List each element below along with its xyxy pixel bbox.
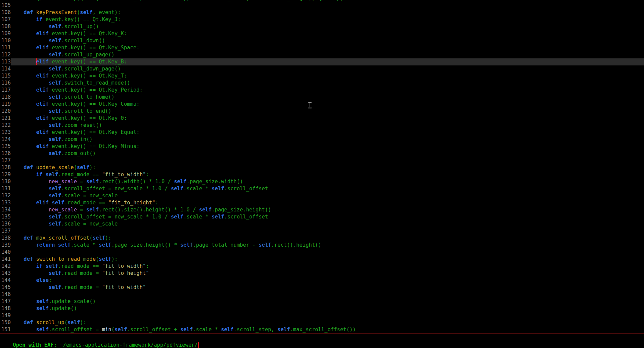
- code-line[interactable]: 132 self.scale = new_scale: [0, 192, 644, 199]
- code-token: [11, 193, 49, 199]
- code-line[interactable]: 146: [0, 291, 644, 298]
- code-line[interactable]: 107 if event.key() == Qt.Key_J:: [0, 16, 644, 23]
- code-text: self.update_scale(): [11, 298, 644, 305]
- code-line[interactable]: 145 self.read_mode = "fit_to_width": [0, 284, 644, 291]
- code-token: event.key() == Qt.Key_Equal:: [49, 129, 140, 135]
- code-token: self: [221, 327, 233, 333]
- code-text: if self.read_mode == "fit_to_width":: [11, 263, 644, 270]
- code-line[interactable]: 137: [0, 228, 644, 235]
- code-token: .rect().height(): [271, 242, 321, 248]
- code-token: .max_scroll_offset()): [290, 327, 356, 333]
- code-text: elif self.read_mode == "fit_to_height":: [11, 199, 644, 206]
- code-line[interactable]: 114 self.scroll_down_page(): [0, 65, 644, 72]
- line-number: 140: [0, 249, 11, 256]
- line-number: 135: [0, 213, 11, 220]
- code-token: [11, 31, 36, 37]
- code-token: .read_mode ==: [58, 171, 102, 178]
- code-token: [11, 263, 36, 269]
- code-token: event.key() == Qt.Key_B:: [49, 59, 127, 65]
- code-line[interactable]: 120 self.scroll_to_end(): [0, 108, 644, 115]
- code-text: def max_scroll_offset(self):: [11, 235, 644, 242]
- code-line[interactable]: 129 if self.read_mode == "fit_to_width":: [0, 171, 644, 178]
- code-token: def: [24, 319, 33, 326]
- line-number: 142: [0, 263, 11, 270]
- code-line[interactable]: 151 self.scroll_offset = min(self.scroll…: [0, 326, 644, 333]
- code-token: (: [89, 235, 92, 241]
- code-line[interactable]: 139 return self.scale * self.page_size.h…: [0, 242, 644, 249]
- code-line[interactable]: 110 self.scroll_down(): [0, 37, 644, 44]
- code-token: .read_mode ==: [58, 263, 102, 269]
- code-line[interactable]: 113 elif event.key() == Qt.Key_B:: [0, 58, 644, 65]
- code-text: new_scale = self.rect().width() * 1.0 / …: [11, 178, 644, 185]
- code-token: [33, 9, 36, 15]
- code-token: self: [49, 284, 61, 290]
- code-token: [42, 263, 45, 269]
- code-line[interactable]: 141 def switch_to_read_mode(self):: [0, 256, 644, 263]
- code-line[interactable]: 148 self.update(): [0, 305, 644, 312]
- code-token: self: [46, 263, 58, 269]
- code-line[interactable]: 136 self.scale = new_scale: [0, 220, 644, 228]
- code-line[interactable]: 119 elif event.key() == Qt.Key_Comma:: [0, 101, 644, 108]
- code-line[interactable]: 123 elif event.key() == Qt.Key_Equal:: [0, 129, 644, 136]
- code-line[interactable]: 147 self.update_scale(): [0, 298, 644, 305]
- code-token: , event):: [93, 9, 121, 15]
- line-number: 139: [0, 242, 11, 249]
- code-line[interactable]: 127: [0, 157, 644, 164]
- code-text: self.read_mode = "fit_to_height": [11, 270, 644, 277]
- code-line[interactable]: 140: [0, 249, 644, 256]
- code-line[interactable]: 111 elif event.key() == Qt.Key_Space:: [0, 44, 644, 51]
- line-number: 118: [0, 94, 11, 101]
- code-line[interactable]: 106 def keyPressEvent(self, event):: [0, 9, 644, 16]
- code-token: [11, 59, 36, 65]
- code-line[interactable]: 143 self.read_mode = "fit_to_height": [0, 270, 644, 277]
- code-line[interactable]: 126 self.zoom_out(): [0, 150, 644, 157]
- code-line[interactable]: 116 self.switch_to_read_mode(): [0, 80, 644, 87]
- editor-buffer[interactable]: 104 qp.drawPixmap(QRect(self.render_x, s…: [0, 0, 644, 333]
- code-token: .read_mode =: [61, 270, 102, 276]
- code-token: [11, 52, 49, 58]
- code-token: [55, 242, 58, 248]
- code-text: [11, 228, 644, 235]
- code-token: [11, 179, 49, 185]
- code-line[interactable]: 133 elif self.read_mode == "fit_to_heigh…: [0, 199, 644, 206]
- code-token: self: [58, 242, 71, 248]
- line-number: 151: [0, 326, 11, 333]
- code-line[interactable]: 121 elif event.key() == Qt.Key_0:: [0, 115, 644, 122]
- code-line[interactable]: 131 self.scroll_offset = new_scale * 1.0…: [0, 185, 644, 192]
- code-line[interactable]: 105: [0, 2, 644, 9]
- code-line[interactable]: 112 self.scroll_up_page(): [0, 51, 644, 58]
- code-line[interactable]: 149: [0, 312, 644, 319]
- code-text: self.scroll_down(): [11, 37, 644, 44]
- code-token: .scroll_offset +: [127, 327, 180, 333]
- code-line[interactable]: 117 elif event.key() == Qt.Key_Period:: [0, 87, 644, 94]
- code-line[interactable]: 130 new_scale = self.rect().width() * 1.…: [0, 178, 644, 185]
- code-line[interactable]: 144 else:: [0, 277, 644, 284]
- minibuffer-input[interactable]: ~/emacs-application-framework/app/pdfvie…: [60, 342, 198, 348]
- code-line[interactable]: 135 self.scroll_offset = new_scale * 1.0…: [0, 213, 644, 220]
- code-line[interactable]: 134 new_scale = self.rect().size().heigh…: [0, 206, 644, 213]
- code-line[interactable]: 142 if self.read_mode == "fit_to_width":: [0, 263, 644, 270]
- code-line[interactable]: 108 self.scroll_up(): [0, 23, 644, 30]
- code-line[interactable]: 150 def scroll_up(self):: [0, 319, 644, 326]
- line-number: 138: [0, 235, 11, 242]
- code-line[interactable]: 124 self.zoom_in(): [0, 136, 644, 143]
- line-number: 106: [0, 9, 11, 16]
- line-number: 109: [0, 30, 11, 37]
- code-token: .scroll_offset = new_scale * 1.0 /: [61, 214, 171, 220]
- code-line[interactable]: 125 elif event.key() == Qt.Key_Minus:: [0, 143, 644, 150]
- code-line[interactable]: 138 def max_scroll_offset(self):: [0, 235, 644, 242]
- code-token: .update_scale(): [49, 298, 96, 304]
- code-line[interactable]: 122 self.zoom_reset(): [0, 122, 644, 129]
- code-token: :: [155, 200, 158, 206]
- code-line[interactable]: 109 elif event.key() == Qt.Key_K:: [0, 30, 644, 37]
- code-text: self.scroll_to_home(): [11, 94, 644, 101]
- code-token: .page_size.width(): [187, 179, 243, 185]
- code-token: self: [180, 327, 193, 333]
- code-line[interactable]: 115 elif event.key() == Qt.Key_T:: [0, 72, 644, 80]
- code-line[interactable]: 128 def update_scale(self):: [0, 164, 644, 171]
- line-number: 124: [0, 136, 11, 143]
- code-line[interactable]: 118 self.scroll_to_home(): [0, 94, 644, 101]
- line-number: 150: [0, 319, 11, 326]
- code-lines: 104 qp.drawPixmap(QRect(self.render_x, s…: [0, 0, 644, 333]
- minibuffer[interactable]: Open with EAF: ~/emacs-application-frame…: [0, 335, 644, 342]
